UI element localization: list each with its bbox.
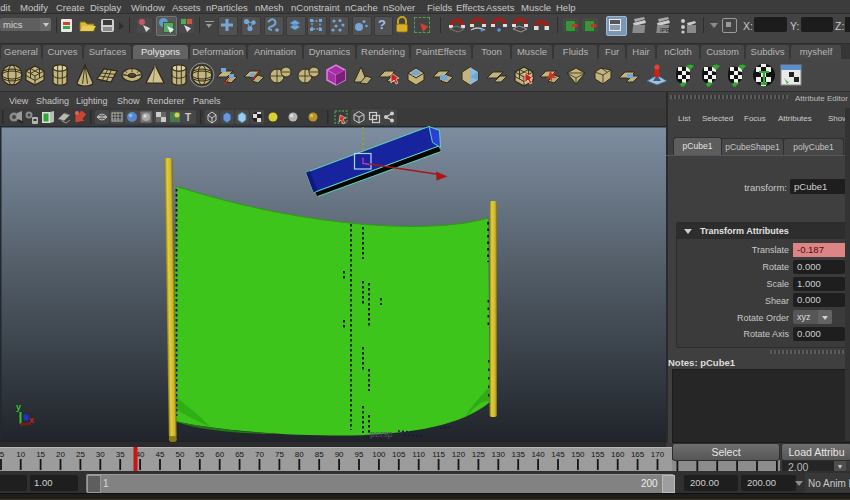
svg-text:50: 50 — [175, 450, 184, 459]
svg-text:30: 30 — [96, 450, 105, 459]
svg-text:135: 135 — [512, 450, 526, 459]
svg-text:105: 105 — [392, 450, 406, 459]
svg-text:170: 170 — [651, 450, 665, 459]
svg-text:145: 145 — [551, 450, 565, 459]
svg-text:85: 85 — [315, 450, 324, 459]
svg-text:5: 5 — [0, 450, 5, 459]
svg-text:150: 150 — [571, 450, 585, 459]
svg-text:165: 165 — [631, 450, 645, 459]
svg-text:35: 35 — [116, 450, 125, 459]
svg-text:140: 140 — [531, 450, 545, 459]
svg-text:160: 160 — [611, 450, 625, 459]
svg-text:70: 70 — [255, 450, 264, 459]
svg-text:25: 25 — [76, 450, 85, 459]
svg-text:65: 65 — [235, 450, 244, 459]
svg-text:20: 20 — [56, 450, 65, 459]
svg-text:75: 75 — [275, 450, 284, 459]
svg-text:100: 100 — [372, 450, 386, 459]
svg-text:55: 55 — [195, 450, 204, 459]
svg-text:T: T — [185, 112, 191, 123]
svg-text:95: 95 — [355, 450, 364, 459]
svg-text:15: 15 — [36, 450, 45, 459]
svg-text:80: 80 — [295, 450, 304, 459]
svg-text:60: 60 — [215, 450, 224, 459]
svg-text:10: 10 — [16, 450, 25, 459]
svg-text:120: 120 — [452, 450, 466, 459]
svg-text:115: 115 — [432, 450, 445, 459]
svg-text:110: 110 — [412, 450, 425, 459]
svg-text:persp: persp — [370, 429, 393, 439]
svg-text:125: 125 — [472, 450, 486, 459]
svg-text:y: y — [16, 402, 21, 412]
svg-text:IPR: IPR — [660, 27, 671, 33]
svg-text:130: 130 — [492, 450, 506, 459]
svg-text:155: 155 — [591, 450, 605, 459]
svg-text:45: 45 — [156, 450, 165, 459]
svg-text:90: 90 — [335, 450, 344, 459]
